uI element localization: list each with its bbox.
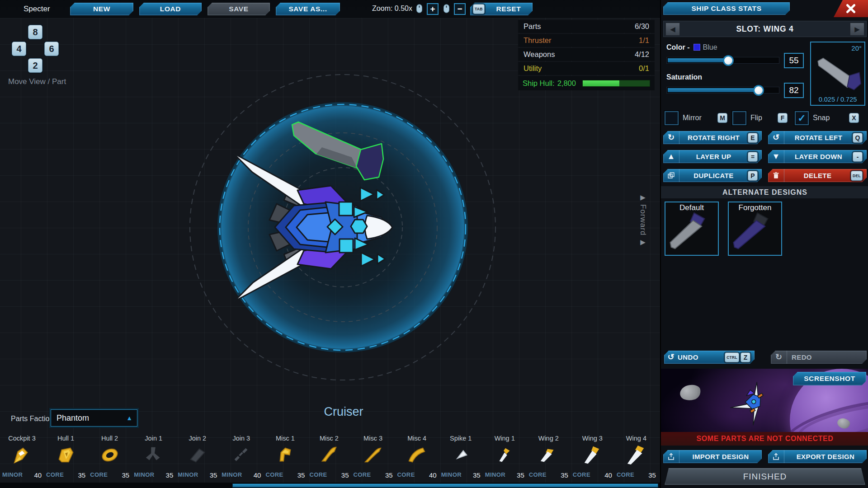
part-type: MINOR bbox=[178, 471, 198, 479]
stat-row-thruster: Thruster 1/1 bbox=[518, 34, 655, 47]
stat-label: Weapons bbox=[524, 50, 555, 59]
finished-button[interactable]: FINISHED bbox=[665, 468, 865, 485]
rotate-right-button[interactable]: ↻ ROTATE RIGHT E bbox=[663, 131, 762, 144]
flip-checkbox[interactable] bbox=[732, 111, 746, 125]
part-type: CORE bbox=[46, 471, 64, 479]
color-label-row: Color -Blue bbox=[666, 43, 717, 52]
prev-slot-button[interactable]: ◀ bbox=[665, 23, 680, 36]
ship-stats-panel: Parts 6/30 Thruster 1/1 Weapons 4/12 Uti… bbox=[518, 20, 655, 90]
part-item[interactable]: Join 3 MINOR 40 bbox=[219, 434, 263, 482]
part-type: MINOR bbox=[2, 471, 23, 479]
part-meta: MINOR 35 bbox=[483, 471, 527, 479]
snap-key-badge: X bbox=[849, 113, 859, 123]
alt-design-forgotten[interactable]: Forgotten bbox=[728, 202, 782, 256]
zoom-in-button[interactable]: + bbox=[427, 3, 439, 15]
key-up-badge: 8 bbox=[28, 25, 42, 39]
ship-class-label: Cruiser bbox=[289, 405, 398, 419]
redo-button[interactable]: ↻ REDO bbox=[771, 351, 867, 364]
chevron-right-icon: ▶ bbox=[854, 25, 860, 33]
part-item[interactable]: Wing 1 MINOR 35 bbox=[483, 434, 527, 482]
part-item[interactable]: Join 2 MINOR 35 bbox=[175, 434, 219, 482]
part-item[interactable]: Wing 4 CORE 35 bbox=[614, 434, 658, 482]
zoom-out-label: − bbox=[457, 4, 462, 14]
parts-faction-dropdown[interactable]: Phantom ▲ bbox=[51, 409, 137, 427]
import-design-button[interactable]: IMPORT DESIGN bbox=[663, 450, 762, 463]
next-slot-button[interactable]: ▶ bbox=[850, 23, 864, 36]
alt-design-default[interactable]: Default bbox=[665, 202, 719, 256]
saturation-value-box[interactable]: 82 bbox=[784, 83, 804, 98]
part-item[interactable]: Wing 3 CORE 40 bbox=[571, 434, 614, 482]
color-slider-knob[interactable] bbox=[723, 55, 734, 66]
close-button[interactable] bbox=[834, 0, 868, 17]
part-price: 35 bbox=[648, 471, 656, 479]
key-down-badge: 2 bbox=[28, 58, 42, 73]
close-icon bbox=[845, 3, 857, 14]
parts-scrollbar-track[interactable] bbox=[0, 483, 660, 488]
flip-label: Flip bbox=[750, 114, 762, 122]
part-item[interactable]: Misc 1 CORE 35 bbox=[263, 434, 307, 482]
save-as-button[interactable]: SAVE AS... bbox=[276, 3, 340, 15]
key-right-badge: 6 bbox=[44, 42, 59, 56]
export-icon bbox=[768, 450, 784, 463]
part-meta: MINOR 35 bbox=[132, 471, 175, 479]
stat-value: 4/12 bbox=[635, 50, 649, 59]
screenshot-label: SCREENSHOT bbox=[804, 375, 855, 383]
new-button[interactable]: NEW bbox=[70, 3, 133, 15]
screenshot-button[interactable]: SCREENSHOT bbox=[793, 372, 866, 385]
chevron-up-icon: ▲ bbox=[126, 414, 137, 422]
part-item[interactable]: Hull 1 CORE 35 bbox=[44, 434, 88, 482]
parts-scrollbar-thumb[interactable] bbox=[232, 483, 658, 488]
delete-button[interactable]: DELETE DEL bbox=[768, 169, 867, 182]
duplicate-button[interactable]: DUPLICATE P bbox=[663, 169, 762, 182]
part-name: Misc 2 bbox=[307, 435, 351, 442]
part-name: Wing 3 bbox=[571, 435, 614, 442]
slot-header: ◀ SLOT: WING 4 ▶ bbox=[663, 21, 867, 37]
part-item[interactable]: Misc 3 CORE 35 bbox=[351, 434, 395, 482]
part-preview-art bbox=[814, 51, 863, 96]
reset-view-button[interactable]: TAB RESET bbox=[470, 3, 533, 15]
color-value-box[interactable]: 55 bbox=[784, 53, 804, 68]
stat-value: 0/1 bbox=[639, 64, 649, 73]
layer-down-button[interactable]: ▼ LAYER DOWN - bbox=[768, 150, 867, 163]
color-slider[interactable] bbox=[666, 57, 779, 64]
part-type: MINOR bbox=[222, 471, 242, 479]
layer-up-button[interactable]: ▲ LAYER UP = bbox=[663, 150, 762, 163]
mini-ship-art bbox=[729, 381, 778, 427]
finished-label: FINISHED bbox=[743, 472, 787, 482]
part-meta: MINOR 40 bbox=[219, 471, 263, 479]
part-item[interactable]: Join 1 MINOR 35 bbox=[132, 434, 175, 482]
wing-small-part-icon bbox=[494, 445, 515, 465]
wing-large-part-icon bbox=[626, 445, 646, 465]
rotate-left-button[interactable]: ↺ ROTATE LEFT Q bbox=[768, 131, 867, 144]
tab-key-badge: TAB bbox=[473, 4, 485, 14]
part-meta: MINOR 35 bbox=[175, 471, 219, 479]
saturation-label-text: Saturation bbox=[666, 73, 702, 81]
part-meta: CORE 35 bbox=[351, 471, 395, 479]
part-item[interactable]: Misc 2 CORE 35 bbox=[307, 434, 351, 482]
wing-up-part-icon bbox=[582, 445, 603, 465]
part-item[interactable]: Cockpit 3 MINOR 40 bbox=[0, 434, 44, 482]
parts-faction-label: Parts Faction bbox=[11, 415, 53, 423]
trash-icon bbox=[768, 169, 784, 182]
saturation-slider-knob[interactable] bbox=[753, 85, 764, 96]
ship-class-stats-button[interactable]: SHIP CLASS STATS bbox=[663, 2, 790, 15]
save-button[interactable]: SAVE bbox=[208, 3, 270, 15]
saturation-slider[interactable] bbox=[666, 87, 779, 94]
zoom-out-button[interactable]: − bbox=[454, 3, 466, 15]
part-item[interactable]: Hull 2 CORE 35 bbox=[88, 434, 132, 482]
export-design-button[interactable]: EXPORT DESIGN bbox=[768, 450, 867, 463]
load-button[interactable]: LOAD bbox=[139, 3, 202, 15]
key-badge: - bbox=[853, 152, 863, 162]
part-item[interactable]: Spike 1 MINOR 35 bbox=[439, 434, 483, 482]
part-item[interactable]: Wing 2 CORE 35 bbox=[527, 434, 571, 482]
part-name: Spike 1 bbox=[439, 435, 483, 442]
mirror-checkbox[interactable] bbox=[665, 111, 679, 125]
part-item[interactable]: Misc 4 CORE 40 bbox=[395, 434, 439, 482]
parts-list: Cockpit 3 MINOR 40 Hull 1 CORE 35 Hull 2… bbox=[0, 434, 658, 482]
part-price: 35 bbox=[297, 471, 305, 479]
undo-button[interactable]: ↺ UNDO CTRL Z bbox=[664, 351, 755, 364]
design-canvas[interactable]: Specter NEW LOAD SAVE SAVE AS... Zoom: 0… bbox=[0, 0, 660, 488]
snap-checkbox[interactable]: ✓ bbox=[795, 111, 809, 125]
zoom-in-label: + bbox=[430, 4, 435, 14]
undo-label: UNDO bbox=[678, 353, 725, 361]
